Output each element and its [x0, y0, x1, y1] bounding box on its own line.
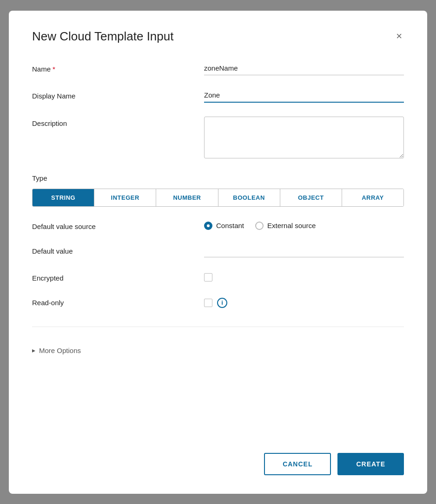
radio-group-wrap: Constant External source: [204, 220, 404, 230]
display-name-row: Display Name: [32, 89, 404, 103]
display-name-label: Display Name: [32, 89, 204, 100]
description-input[interactable]: [204, 117, 404, 158]
type-btn-array[interactable]: ARRAY: [342, 189, 403, 206]
type-btn-boolean[interactable]: BOOLEAN: [218, 189, 280, 206]
name-field-wrap: [204, 62, 404, 75]
default-value-field-wrap: [204, 244, 404, 257]
type-btn-object[interactable]: OBJECT: [280, 189, 342, 206]
type-section: Type STRING INTEGER NUMBER BOOLEAN OBJEC…: [32, 174, 404, 207]
readonly-checkbox[interactable]: [204, 299, 212, 307]
create-button[interactable]: CREATE: [337, 453, 404, 475]
more-options-toggle[interactable]: ▸ More Options: [32, 343, 404, 358]
dialog-title: New Cloud Template Input: [32, 29, 173, 44]
default-value-row: Default value: [32, 244, 404, 257]
name-row: Name*: [32, 62, 404, 75]
description-row: Description: [32, 117, 404, 160]
type-btn-string[interactable]: STRING: [33, 189, 94, 206]
description-field-wrap: [204, 117, 404, 160]
encrypted-checkbox[interactable]: [204, 273, 212, 281]
close-button[interactable]: ×: [394, 29, 404, 43]
new-cloud-template-dialog: New Cloud Template Input × Name* Display…: [9, 11, 427, 494]
display-name-field-wrap: [204, 89, 404, 103]
readonly-row: Read-only i: [32, 296, 404, 308]
type-label: Type: [32, 174, 404, 182]
radio-external-label: External source: [267, 222, 316, 229]
readonly-label: Read-only: [32, 296, 204, 307]
encrypted-label: Encrypted: [32, 271, 204, 282]
description-label: Description: [32, 117, 204, 127]
default-value-label: Default value: [32, 244, 204, 255]
readonly-wrap: i: [204, 296, 227, 308]
radio-external-option[interactable]: External source: [255, 222, 316, 230]
more-options-label: More Options: [39, 347, 81, 354]
default-value-source-row: Default value source Constant External s…: [32, 220, 404, 230]
radio-constant-option[interactable]: Constant: [204, 222, 244, 230]
name-label: Name*: [32, 62, 204, 73]
type-button-group: STRING INTEGER NUMBER BOOLEAN OBJECT ARR…: [32, 189, 404, 207]
dialog-header: New Cloud Template Input ×: [32, 29, 404, 44]
type-btn-integer[interactable]: INTEGER: [94, 189, 156, 206]
encrypted-checkbox-wrap: [204, 271, 212, 281]
radio-constant-circle: [204, 222, 212, 230]
required-indicator: *: [53, 65, 55, 73]
display-name-input[interactable]: [204, 89, 404, 103]
chevron-right-icon: ▸: [32, 347, 35, 354]
type-btn-number[interactable]: NUMBER: [156, 189, 218, 206]
radio-constant-label: Constant: [216, 222, 244, 229]
default-value-input[interactable]: [204, 244, 404, 257]
readonly-info-icon[interactable]: i: [217, 298, 227, 308]
default-value-source-label: Default value source: [32, 220, 204, 230]
encrypted-row: Encrypted: [32, 271, 404, 282]
name-input[interactable]: [204, 62, 404, 75]
dialog-footer: CANCEL CREATE: [32, 439, 404, 475]
radio-external-circle: [255, 222, 264, 230]
form-body: Name* Display Name Description Type STRI…: [32, 62, 404, 439]
divider: [32, 327, 404, 327]
cancel-button[interactable]: CANCEL: [264, 453, 331, 475]
radio-group: Constant External source: [204, 220, 404, 230]
